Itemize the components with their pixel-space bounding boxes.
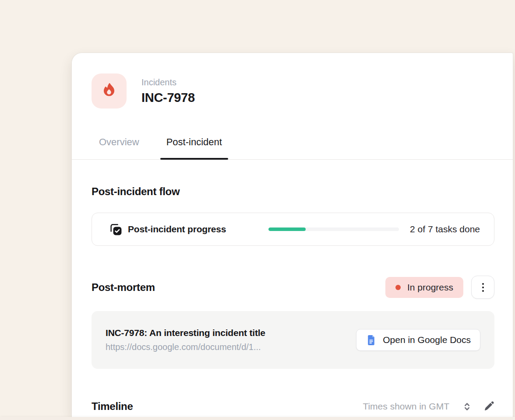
timezone-note: Times shown in GMT bbox=[363, 401, 449, 412]
section-heading-timeline: Timeline bbox=[92, 400, 133, 413]
doc-info: INC-7978: An interesting incident title … bbox=[106, 328, 265, 352]
tab-post-incident[interactable]: Post-incident bbox=[160, 136, 228, 159]
timeline-header: Timeline Times shown in GMT bbox=[92, 400, 494, 413]
tab-overview[interactable]: Overview bbox=[93, 136, 145, 159]
tab-bar: Overview Post-incident bbox=[72, 136, 513, 160]
progress-fill bbox=[268, 228, 306, 231]
doc-title: INC-7978: An interesting incident title bbox=[106, 328, 265, 338]
progress-bar bbox=[268, 228, 399, 231]
status-label: In progress bbox=[407, 282, 453, 293]
timezone-select-button[interactable] bbox=[462, 401, 473, 412]
incident-header: Incidents INC-7978 bbox=[92, 74, 494, 108]
doc-url[interactable]: https://docs.google.com/document/d/1... bbox=[106, 342, 265, 352]
open-google-docs-button[interactable]: Open in Google Docs bbox=[356, 329, 480, 351]
post-incident-flow-section: Post-incident flow Post-incident progres… bbox=[92, 186, 494, 246]
status-dot-icon bbox=[395, 285, 401, 290]
incident-meta: Incidents INC-7978 bbox=[141, 77, 195, 105]
kebab-menu-icon bbox=[482, 283, 484, 292]
tasks-check-icon bbox=[109, 223, 123, 236]
post-mortem-menu-button[interactable] bbox=[471, 276, 494, 299]
chevron-updown-icon bbox=[462, 401, 473, 412]
progress-label: Post-incident progress bbox=[128, 224, 226, 234]
google-docs-icon bbox=[366, 335, 377, 346]
open-google-docs-label: Open in Google Docs bbox=[383, 335, 471, 345]
post-mortem-header: Post-mortem In progress bbox=[92, 276, 494, 299]
post-mortem-doc-card: INC-7978: An interesting incident title … bbox=[92, 311, 494, 369]
section-heading-post-mortem: Post-mortem bbox=[92, 281, 155, 294]
post-incident-progress-card[interactable]: Post-incident progress 2 of 7 tasks done bbox=[92, 213, 494, 246]
page-title: INC-7978 bbox=[141, 91, 195, 105]
edit-timeline-button[interactable] bbox=[483, 401, 494, 412]
incident-type-tile bbox=[92, 74, 127, 108]
pencil-icon bbox=[483, 401, 494, 412]
flame-icon bbox=[101, 82, 117, 100]
status-badge[interactable]: In progress bbox=[385, 277, 463, 298]
progress-count-text: 2 of 7 tasks done bbox=[410, 224, 480, 234]
incident-panel: Incidents INC-7978 Overview Post-inciden… bbox=[71, 52, 513, 417]
breadcrumb: Incidents bbox=[141, 77, 195, 88]
bottom-shadow-strip bbox=[0, 417, 515, 420]
section-heading-flow: Post-incident flow bbox=[92, 186, 494, 198]
